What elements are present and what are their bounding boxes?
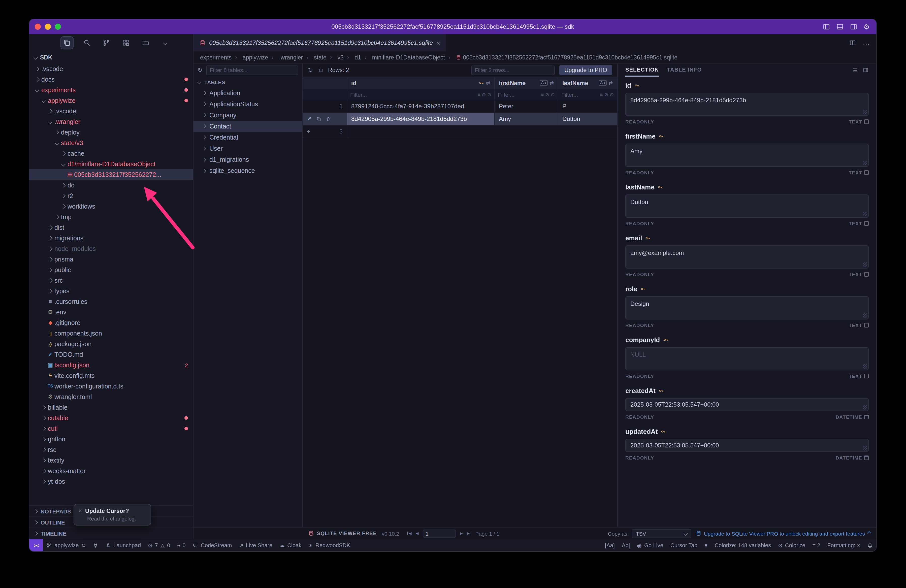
tree-item[interactable]: types (29, 286, 193, 296)
tree-item[interactable]: TODO.md (29, 349, 193, 360)
tree-item[interactable]: applywize (29, 95, 193, 106)
status-cloak[interactable]: Cloak (276, 539, 305, 551)
tree-item[interactable]: node_modules (29, 243, 193, 254)
breadcrumb-item[interactable]: applywize (231, 54, 268, 60)
tree-item[interactable]: cache (29, 148, 193, 159)
table-list-item[interactable]: Contact (193, 121, 302, 132)
cell-id[interactable]: 87991240-5ccc-4fa7-914e-39b287107ded (347, 100, 495, 112)
tree-item[interactable]: .gitignore (29, 317, 193, 328)
tree-item[interactable]: docs (29, 74, 193, 84)
breadcrumb-item[interactable]: miniflare-D1DatabaseObject (361, 54, 445, 60)
explorer-tab-button[interactable] (61, 36, 73, 49)
filter-info-icon[interactable] (551, 92, 555, 97)
table-list-item[interactable]: ApplicationStatus (193, 99, 302, 110)
refresh-icon[interactable] (198, 67, 203, 73)
column-header-lastname[interactable]: lastName (558, 77, 617, 89)
status-aa-toggle[interactable]: [Aa] (601, 539, 618, 551)
status-live-share[interactable]: Live Share (235, 539, 276, 551)
previous-page-icon[interactable]: ◀ (416, 532, 419, 535)
column-filter-input[interactable] (350, 91, 476, 97)
page-number-input[interactable] (423, 529, 456, 537)
next-page-icon[interactable]: ▶ (460, 532, 463, 535)
close-tab-icon[interactable] (436, 40, 440, 46)
field-value-box[interactable]: Dutton (625, 194, 869, 218)
tree-item[interactable]: .vscode (29, 64, 193, 74)
tree-item[interactable]: tsconfig.json 2 (29, 360, 193, 370)
toggle-sidebar-right-icon[interactable] (850, 23, 858, 31)
breadcrumb-item[interactable]: .wrangler (268, 54, 303, 60)
column-filter-input[interactable] (498, 91, 539, 97)
table-list-item[interactable]: Company (193, 110, 302, 121)
table-list-item[interactable]: sqlite_sequence (193, 165, 302, 176)
filter-cell-lastname[interactable] (558, 89, 617, 100)
tree-item[interactable]: 005cb3d3133217f352562272... (29, 169, 193, 180)
column-header-id[interactable]: id (347, 77, 495, 89)
add-row-icon[interactable] (307, 129, 310, 134)
column-sort-icon[interactable] (549, 80, 554, 85)
field-value-box[interactable]: Amy (625, 143, 869, 167)
tree-item[interactable]: .env (29, 307, 193, 317)
status-go-live[interactable]: Go Live (634, 539, 667, 551)
sidebar-section-header[interactable]: TIMELINE (29, 528, 193, 539)
search-tab-button[interactable] (80, 36, 93, 49)
minimize-window-button[interactable] (45, 24, 51, 30)
breadcrumb-item[interactable]: d1 (344, 54, 361, 60)
filter-info-icon[interactable] (610, 92, 614, 97)
tab-selection[interactable]: SELECTION (625, 64, 659, 76)
tree-item[interactable]: r2 (29, 190, 193, 201)
status-codestream[interactable]: CodeStream (189, 539, 236, 551)
delete-row-icon[interactable] (325, 116, 331, 122)
tables-filter-input[interactable] (206, 65, 298, 75)
filter-cell-id[interactable] (347, 89, 495, 100)
status-redwood[interactable]: RedwoodSDK (305, 539, 354, 551)
status-colorize[interactable]: Colorize (775, 539, 809, 551)
tree-item[interactable]: public (29, 265, 193, 275)
table-list-item[interactable]: d1_migrations (193, 154, 302, 165)
tree-item[interactable]: do (29, 180, 193, 190)
workspace-header[interactable]: SDK (29, 51, 193, 64)
tree-item[interactable]: worker-configuration.d.ts (29, 381, 193, 392)
tree-item[interactable]: d1/miniflare-D1DatabaseObject (29, 159, 193, 169)
toggle-sidebar-left-icon[interactable] (823, 23, 831, 31)
filter-mode-icon[interactable] (541, 92, 544, 97)
column-header-firstname[interactable]: firstName (495, 77, 558, 89)
cell-lastname[interactable]: Dutton (558, 113, 617, 125)
table-row[interactable]: 1 87991240-5ccc-4fa7-914e-39b287107ded P… (303, 100, 617, 113)
toggle-panel-icon[interactable] (852, 67, 858, 73)
cursor-remote-button[interactable]: >< (29, 539, 43, 551)
tree-item[interactable]: yt-dos (29, 476, 193, 487)
filter-info-icon[interactable] (487, 92, 491, 97)
table-list-item[interactable]: Application (193, 88, 302, 99)
close-window-button[interactable] (35, 24, 41, 30)
field-value-box[interactable]: 2025-03-05T22:53:05.547+00:00 (625, 439, 869, 452)
filter-clear-icon[interactable] (545, 92, 549, 97)
field-value-box[interactable]: Design (625, 296, 869, 319)
copy-format-select[interactable]: TSV (632, 529, 691, 538)
toggle-panel-icon[interactable] (836, 23, 844, 31)
notification-body[interactable]: Read the changelog. (78, 515, 146, 521)
column-filter-input[interactable] (561, 91, 598, 97)
tab-table-info[interactable]: TABLE INFO (667, 64, 702, 76)
tree-item[interactable]: experiments (29, 84, 193, 95)
status-plug[interactable] (89, 539, 102, 551)
settings-gear-icon[interactable]: ⚙ (863, 23, 870, 30)
breadcrumb-item[interactable]: experiments (200, 54, 231, 60)
tree-item[interactable]: rsc (29, 445, 193, 455)
status-ports[interactable]: 0 (174, 539, 189, 551)
status-ab-toggle[interactable]: Ab| (618, 539, 634, 551)
close-icon[interactable] (78, 508, 82, 514)
more-views-button[interactable] (159, 36, 172, 49)
folder-tab-button[interactable] (139, 36, 152, 49)
upgrade-to-pro-button[interactable]: Upgrade to PRO (559, 65, 612, 75)
tree-item[interactable]: cutable (29, 413, 193, 423)
tree-item[interactable]: src (29, 275, 193, 286)
tree-item[interactable]: migrations (29, 233, 193, 243)
tree-item[interactable]: .cursorrules (29, 296, 193, 307)
row-number-cell[interactable]: 1 (303, 100, 347, 112)
table-list-item[interactable]: Credential (193, 132, 302, 143)
source-control-tab-button[interactable] (100, 36, 113, 49)
tree-item[interactable]: billable (29, 402, 193, 413)
tree-item[interactable]: .wrangler (29, 116, 193, 127)
tree-item[interactable]: package.json (29, 339, 193, 349)
tree-item[interactable]: cutl (29, 423, 193, 434)
